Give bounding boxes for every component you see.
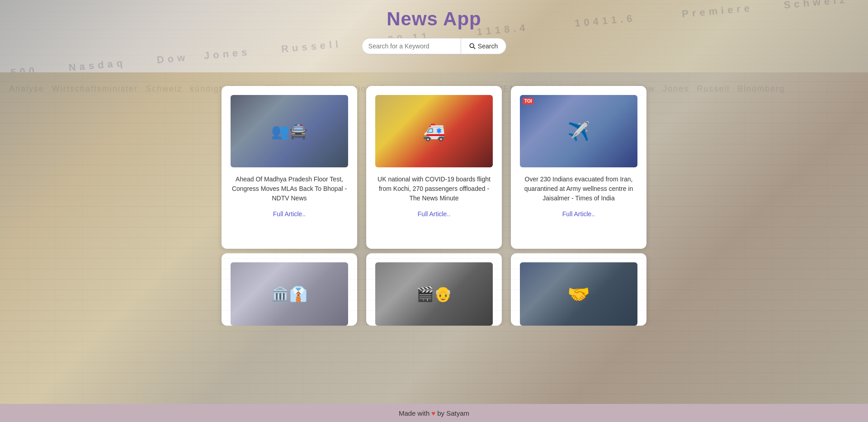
- news-card-3-image: TOI: [520, 95, 637, 167]
- news-card-2-title: UK national with COVID-19 boards flight …: [366, 167, 502, 207]
- partial-card-1-image: [231, 262, 348, 326]
- app-title: News App: [387, 8, 481, 30]
- news-grid-row1: Ahead Of Madhya Pradesh Floor Test, Cong…: [118, 81, 750, 253]
- header-section: News App Search: [0, 0, 868, 72]
- partial-card-3-image: [520, 262, 637, 326]
- main-content: Ahead Of Madhya Pradesh Floor Test, Cong…: [0, 72, 868, 404]
- search-icon: [469, 43, 476, 49]
- search-button-label: Search: [478, 43, 498, 50]
- partial-card-3: [511, 253, 646, 326]
- news-card-1-title: Ahead Of Madhya Pradesh Floor Test, Cong…: [222, 167, 357, 207]
- news-card-2-image: [375, 95, 493, 167]
- search-input[interactable]: [362, 38, 461, 54]
- svg-line-1: [473, 47, 475, 49]
- news-grid-row2: [118, 253, 750, 326]
- footer-text-after-heart: by Satyam: [437, 409, 469, 417]
- news-card-1-link[interactable]: Full Article..: [273, 210, 306, 218]
- news-card-3-title: Over 230 Indians evacuated from Iran, qu…: [511, 167, 646, 207]
- news-card-1-image: [231, 95, 348, 167]
- partial-card-2-image: [375, 262, 493, 326]
- search-button[interactable]: Search: [461, 38, 506, 54]
- heart-icon: ♥: [431, 409, 435, 417]
- partial-card-2: [366, 253, 502, 326]
- partial-card-1: [222, 253, 357, 326]
- news-card-3: TOI Over 230 Indians evacuated from Iran…: [511, 86, 646, 249]
- toi-badge: TOI: [523, 98, 533, 104]
- footer: Made with ♥ by Satyam: [0, 404, 868, 422]
- news-card-1: Ahead Of Madhya Pradesh Floor Test, Cong…: [222, 86, 357, 249]
- news-card-3-link[interactable]: Full Article..: [562, 210, 595, 218]
- news-card-2: UK national with COVID-19 boards flight …: [366, 86, 502, 249]
- search-bar: Search: [362, 38, 506, 54]
- svg-point-0: [470, 43, 474, 47]
- footer-text-before-heart: Made with: [399, 409, 429, 417]
- news-card-2-link[interactable]: Full Article..: [418, 210, 450, 218]
